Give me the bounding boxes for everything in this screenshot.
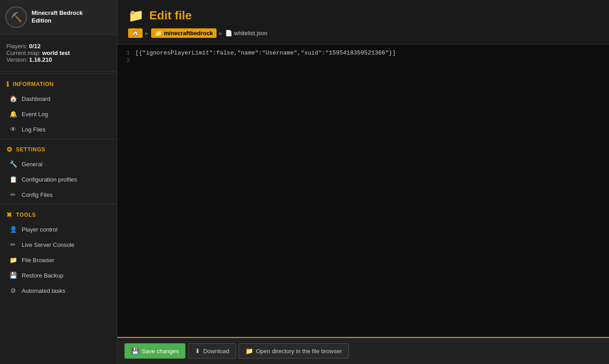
wrench-icon: 🔧 — [9, 160, 17, 168]
page-title-row: 📁 Edit file — [128, 8, 598, 23]
main-content: 📁 Edit file 🏠 ▸ 📁 minecraftbedrock ▸ 📄 w… — [117, 0, 609, 364]
save-button[interactable]: 💾 Save changes — [125, 343, 185, 359]
breadcrumb-sep-1: ▸ — [145, 30, 148, 36]
save-icon: 💾 — [131, 347, 139, 355]
eye-icon: 👁 — [9, 126, 17, 133]
sidebar-item-restore-backup[interactable]: 💾 Restore Backup — [0, 268, 117, 283]
sidebar-header: ⛏️ Minecraft Bedrock Edition — [0, 0, 117, 35]
open-folder-icon: 📁 — [245, 347, 253, 355]
download-icon: ⬇ — [195, 347, 200, 355]
backup-icon: 💾 — [9, 272, 17, 279]
line-number-1: 1 — [117, 50, 135, 56]
breadcrumb-file-icon: 📄 — [225, 30, 232, 36]
settings-section-icon: ⚙ — [6, 146, 13, 154]
console-icon: ✏ — [9, 241, 17, 248]
bell-icon: 🔔 — [9, 110, 17, 118]
dashboard-icon: 🏠 — [9, 95, 17, 102]
sidebar-item-log-files[interactable]: 👁 Log Files — [0, 122, 117, 137]
code-line-2: 2 — [117, 57, 609, 64]
breadcrumb-file: 📄 whitelist.json — [225, 30, 268, 36]
code-line-1: 1 [{"ignoresPlayerLimit":false,"name":"U… — [117, 49, 609, 57]
folder-icon: 📁 — [9, 256, 17, 264]
info-section-icon: ℹ — [6, 80, 9, 88]
sidebar-item-config-profiles[interactable]: 📋 Configuration profiles — [0, 172, 117, 187]
page-header: 📁 Edit file 🏠 ▸ 📁 minecraftbedrock ▸ 📄 w… — [117, 0, 609, 45]
section-tools: ✖ TOOLS — [0, 204, 117, 222]
line-number-2: 2 — [117, 57, 135, 64]
editor-toolbar: 💾 Save changes ⬇ Download 📁 Open directo… — [117, 338, 609, 364]
edit-icon: ✏ — [9, 191, 17, 198]
sidebar: ⛏️ Minecraft Bedrock Edition Players: 0/… — [0, 0, 117, 364]
app-logo: ⛏️ — [5, 6, 27, 28]
breadcrumb-folder[interactable]: 📁 minecraftbedrock — [151, 28, 217, 38]
sidebar-item-file-browser[interactable]: 📁 File Browser — [0, 252, 117, 268]
sidebar-item-event-log[interactable]: 🔔 Event Log — [0, 106, 117, 122]
editor-area: 1 [{"ignoresPlayerLimit":false,"name":"U… — [117, 45, 609, 364]
server-info: Players: 0/12 Current map: world test Ve… — [0, 35, 117, 72]
breadcrumb-folder-icon: 📁 — [155, 30, 162, 36]
sidebar-item-dashboard[interactable]: 🏠 Dashboard — [0, 91, 117, 106]
breadcrumb: 🏠 ▸ 📁 minecraftbedrock ▸ 📄 whitelist.jso… — [128, 28, 598, 38]
sidebar-item-automated-tasks[interactable]: ⚙ Automated tasks — [0, 283, 117, 298]
sidebar-item-general[interactable]: 🔧 General — [0, 156, 117, 172]
section-information: ℹ INFORMATION — [0, 73, 117, 91]
clipboard-icon: 📋 — [9, 176, 17, 183]
sidebar-item-live-server-console[interactable]: ✏ Live Server Console — [0, 237, 117, 252]
page-title-icon: 📁 — [128, 8, 144, 23]
section-settings: ⚙ SETTINGS — [0, 139, 117, 156]
sidebar-item-config-files[interactable]: ✏ Config Files — [0, 187, 117, 202]
open-directory-button[interactable]: 📁 Open directory in the file browser — [239, 343, 349, 359]
cog-icon: ⚙ — [9, 287, 17, 294]
code-editor[interactable]: 1 [{"ignoresPlayerLimit":false,"name":"U… — [117, 45, 609, 338]
tools-section-icon: ✖ — [6, 211, 13, 219]
line-content-1: [{"ignoresPlayerLimit":false,"name":"Use… — [135, 50, 396, 56]
sidebar-item-player-control[interactable]: 👤 Player control — [0, 222, 117, 237]
breadcrumb-sep-2: ▸ — [219, 30, 222, 36]
breadcrumb-home[interactable]: 🏠 — [128, 28, 143, 38]
download-button[interactable]: ⬇ Download — [188, 343, 236, 359]
app-title: Minecraft Bedrock Edition — [32, 9, 83, 25]
user-icon: 👤 — [9, 226, 17, 233]
page-title: Edit file — [149, 9, 192, 23]
